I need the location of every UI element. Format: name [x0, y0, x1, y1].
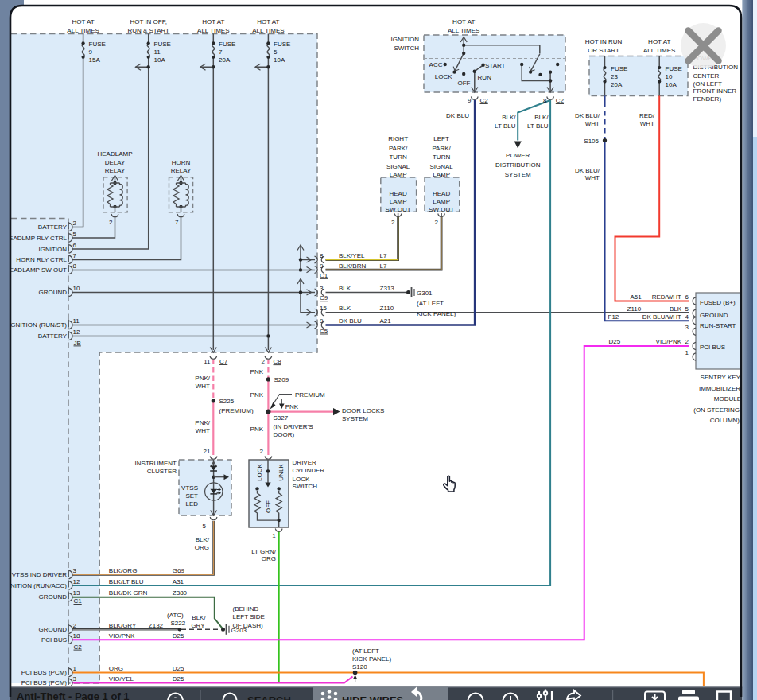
svg-text:4: 4 — [685, 313, 689, 321]
svg-text:3: 3 — [320, 285, 324, 292]
svg-text:GRY: GRY — [191, 622, 205, 629]
svg-text:D25: D25 — [609, 338, 621, 345]
svg-text:BLK/YEL: BLK/YEL — [339, 252, 365, 259]
svg-text:ALL TIMES: ALL TIMES — [252, 27, 284, 34]
svg-text:BLK: BLK — [670, 305, 682, 313]
svg-text:(ATC): (ATC) — [167, 612, 184, 619]
svg-text:BATTERY: BATTERY — [38, 332, 68, 340]
svg-text:PARK/: PARK/ — [432, 145, 451, 152]
svg-text:3: 3 — [73, 567, 77, 574]
svg-text:GROUND: GROUND — [38, 289, 67, 296]
svg-text:6: 6 — [685, 294, 689, 301]
svg-text:9: 9 — [320, 262, 324, 270]
svg-text:S120: S120 — [352, 663, 367, 671]
svg-text:VIO/PNK: VIO/PNK — [656, 338, 682, 345]
svg-text:RIGHT: RIGHT — [388, 135, 408, 142]
svg-text:ALL TIMES: ALL TIMES — [643, 47, 675, 54]
svg-text:BLK/: BLK/ — [196, 536, 210, 543]
svg-text:A51: A51 — [631, 294, 642, 301]
svg-text:LT BLU: LT BLU — [495, 122, 516, 130]
svg-text:2: 2 — [260, 448, 264, 455]
svg-text:C8: C8 — [274, 358, 282, 365]
svg-text:20A: 20A — [219, 56, 231, 64]
svg-text:SYSTEM: SYSTEM — [505, 171, 531, 178]
svg-text:3: 3 — [73, 675, 77, 682]
svg-text:IGNITION: IGNITION — [390, 36, 419, 43]
svg-text:(ON LEFT: (ON LEFT — [693, 80, 723, 88]
svg-text:23: 23 — [611, 73, 618, 80]
svg-text:HEAD: HEAD — [389, 190, 406, 197]
svg-text:ALL TIMES: ALL TIMES — [448, 27, 479, 34]
svg-text:11: 11 — [73, 317, 80, 325]
svg-text:FUSE: FUSE — [611, 65, 627, 72]
svg-text:SWITCH: SWITCH — [293, 483, 318, 490]
svg-text:GROUND: GROUND — [700, 312, 728, 319]
svg-text:20A: 20A — [611, 81, 623, 88]
svg-text:RED/: RED/ — [639, 112, 655, 119]
svg-text:LOCK: LOCK — [256, 463, 263, 480]
svg-text:7: 7 — [219, 49, 223, 56]
svg-text:13: 13 — [73, 589, 80, 597]
svg-text:BLK/GRY: BLK/GRY — [109, 622, 137, 629]
svg-text:S327: S327 — [274, 414, 289, 422]
svg-text:SENTRY KEY: SENTRY KEY — [701, 374, 741, 381]
svg-text:DOOR): DOOR) — [274, 431, 295, 438]
svg-text:15A: 15A — [89, 56, 101, 64]
svg-text:WHT: WHT — [585, 174, 600, 181]
svg-text:BLK/: BLK/ — [534, 114, 549, 121]
svg-text:A31: A31 — [173, 578, 184, 585]
svg-text:CLUSTER: CLUSTER — [147, 468, 177, 475]
svg-text:HOT AT: HOT AT — [648, 38, 670, 45]
svg-text:C5: C5 — [320, 328, 328, 335]
svg-text:JB: JB — [74, 340, 81, 347]
svg-text:D25: D25 — [173, 665, 184, 672]
svg-text:2: 2 — [262, 358, 266, 365]
svg-text:G203: G203 — [231, 627, 247, 634]
svg-text:ORG: ORG — [195, 544, 209, 551]
svg-text:IMMOBILIZER: IMMOBILIZER — [699, 385, 740, 392]
svg-text:LED: LED — [185, 500, 198, 508]
svg-text:Z110: Z110 — [380, 305, 394, 312]
svg-text:9: 9 — [320, 317, 324, 325]
svg-text:IGNITION (RUN/ST): IGNITION (RUN/ST) — [9, 321, 67, 329]
svg-text:C9: C9 — [320, 294, 328, 301]
svg-text:CYLINDER: CYLINDER — [293, 467, 325, 474]
svg-text:PCI BUS: PCI BUS — [700, 344, 725, 351]
svg-text:12: 12 — [73, 578, 80, 585]
svg-text:10: 10 — [666, 73, 673, 80]
svg-text:C2: C2 — [556, 97, 565, 104]
svg-text:HOT AT: HOT AT — [452, 18, 475, 25]
svg-text:15: 15 — [320, 305, 327, 312]
svg-text:WHT: WHT — [196, 383, 210, 390]
svg-text:ALL TIMES: ALL TIMES — [67, 27, 99, 34]
svg-text:ALL TIMES: ALL TIMES — [197, 27, 229, 34]
svg-text:Anti-Theft - Page 1 of 1: Anti-Theft - Page 1 of 1 — [17, 690, 130, 700]
svg-text:BLK/LT BLU: BLK/LT BLU — [109, 578, 144, 585]
svg-text:FUSED (B+): FUSED (B+) — [700, 299, 736, 306]
svg-text:(ON STEERING: (ON STEERING — [693, 406, 740, 414]
svg-text:DRIVER: DRIVER — [293, 459, 316, 466]
svg-text:PNK/: PNK/ — [195, 375, 210, 382]
svg-text:LAMP: LAMP — [390, 198, 407, 205]
svg-text:5: 5 — [73, 231, 77, 238]
svg-text:2: 2 — [109, 219, 113, 226]
svg-text:DK BLU/WHT: DK BLU/WHT — [642, 313, 681, 321]
svg-text:TURN: TURN — [433, 154, 450, 161]
svg-text:1: 1 — [685, 349, 689, 356]
svg-text:F12: F12 — [608, 313, 619, 321]
svg-text:HIDE WIRES: HIDE WIRES — [342, 694, 404, 700]
svg-text:5: 5 — [274, 49, 278, 56]
svg-text:6: 6 — [73, 242, 77, 249]
svg-text:8: 8 — [320, 252, 324, 259]
svg-text:9: 9 — [89, 49, 93, 56]
svg-text:LEFT SIDE: LEFT SIDE — [233, 613, 265, 620]
svg-text:PNK: PNK — [250, 426, 264, 433]
svg-text:LOCK: LOCK — [293, 476, 310, 483]
svg-text:DK BLU: DK BLU — [339, 317, 362, 325]
svg-text:2: 2 — [685, 338, 689, 345]
svg-text:HOT IN RUN: HOT IN RUN — [585, 38, 623, 45]
svg-text:Z110: Z110 — [627, 305, 642, 313]
svg-text:SEARCH: SEARCH — [247, 694, 291, 700]
svg-text:3: 3 — [685, 324, 689, 331]
svg-text:Z132: Z132 — [149, 622, 164, 629]
